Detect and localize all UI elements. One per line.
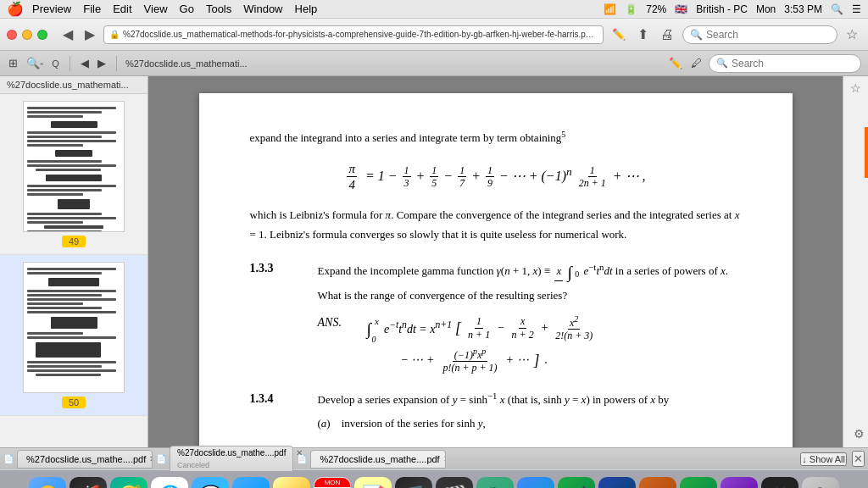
apple-menu[interactable]: 🍎 (7, 1, 24, 17)
dock-maps[interactable]: 🗺 (476, 477, 514, 489)
minimize-button[interactable] (22, 30, 32, 40)
main-toolbar: ◀ ▶ 🔒 %27docslide.us_mathematical-method… (0, 19, 868, 51)
lock-icon: 🔒 (109, 30, 120, 39)
section-133: 1.3.3 (250, 262, 274, 274)
leibniz-formula: π 4 = 1 − 1 3 + 1 5 − 1 (250, 161, 742, 192)
dock-finder[interactable]: 😊 (29, 477, 66, 489)
menu-go[interactable]: Go (180, 3, 194, 15)
menu-help[interactable]: Help (295, 3, 318, 15)
orange-highlight-bar (865, 127, 868, 178)
menu-file[interactable]: File (83, 3, 101, 15)
problem-133: 1.3.3 Expand the incomplete gamma functi… (250, 258, 742, 305)
tab-3-close[interactable]: ✕ (443, 454, 447, 463)
sidebar-toggle[interactable]: ⊞ (7, 55, 19, 71)
bottom-tabs-bar: 📄 %27docslide.us_mathe....pdf ✕ 📄 %27doc… (0, 447, 868, 469)
page-50-number: 50 (62, 396, 86, 408)
zoom-in[interactable]: Q (50, 57, 61, 70)
locale-flag: 🇬🇧 (675, 3, 687, 15)
notification-icon[interactable]: ☰ (852, 3, 861, 15)
tab-3[interactable]: %27docslide.us_mathe....pdf ✕ (310, 450, 446, 469)
pdf-page: expand the integrand into a series and i… (199, 93, 793, 447)
dock-word[interactable]: W (598, 477, 636, 489)
zoom-out[interactable]: 🔍- (25, 55, 45, 71)
dock-onenote[interactable]: N (721, 477, 758, 489)
prev-page[interactable]: ◀ (79, 55, 91, 71)
dock-music[interactable]: 🎵 (395, 477, 432, 489)
show-all-btn[interactable]: ↓ Show All (800, 452, 847, 466)
leibniz-desc: which is Leibniz's formula for π. Compar… (250, 206, 742, 243)
menu-window[interactable]: Window (243, 3, 282, 15)
dock-notes[interactable]: 📝 (354, 477, 392, 489)
dock-safari[interactable]: 🧭 (110, 477, 147, 489)
dock-powerpoint[interactable]: P (639, 477, 676, 489)
tab-2-subtitle: Canceled (177, 461, 209, 469)
battery-icon: 🔋 (625, 3, 637, 15)
pdf-search-input[interactable] (732, 58, 833, 69)
star-button[interactable]: ☆ (843, 25, 861, 44)
intro-text: expand the integrand into a series and i… (250, 127, 742, 147)
page-50-thumb[interactable]: 50 (0, 255, 147, 416)
dock-facetime[interactable]: 📹 (558, 477, 595, 489)
tab-1[interactable]: %27docslide.us_mathe....pdf ✕ (17, 450, 153, 469)
gear-btn[interactable]: ⚙ (854, 427, 865, 441)
tab-3-label: %27docslide.us_mathe....pdf (320, 454, 439, 464)
tab-icon-2: 📄 (156, 454, 166, 463)
page-49-thumb[interactable]: 49 (0, 94, 147, 255)
tab-1-label: %27docslide.us_mathe....pdf (26, 454, 146, 464)
menu-view[interactable]: View (144, 3, 168, 15)
dock-chrome[interactable]: 🌐 (151, 477, 188, 489)
problem-134-text: Develop a series expansion of y = sinh−1… (318, 388, 742, 409)
right-panel: ☆ ⚙ (843, 76, 868, 447)
dock-messages[interactable]: 💬 (192, 477, 229, 489)
dock: 😊 🚀 🧭 🌐 💬 ✉️ 📷 26 MON 📝 🎵 🎬 🗺 🛍 📹 W P X … (0, 469, 868, 488)
pdf-content[interactable]: expand the integrand into a series and i… (148, 76, 843, 447)
back-button[interactable]: ◀ (59, 25, 76, 44)
pdf-toolbar: ⊞ 🔍- Q ◀ ▶ %27docslide.us_mathemati... ✏… (0, 51, 868, 76)
main-container: %27docslide.us_mathemati... (0, 76, 868, 447)
sidebar: %27docslide.us_mathemati... (0, 76, 148, 447)
sidebar-header: %27docslide.us_mathemati... (0, 76, 147, 94)
battery-percent: 72% (646, 3, 666, 15)
dock-appstore[interactable]: 🛍 (517, 477, 554, 489)
tab-icon-1: 📄 (3, 454, 14, 463)
page-49-number: 49 (62, 236, 86, 247)
spotlight-icon[interactable]: 🔍 (831, 3, 843, 15)
forward-button[interactable]: ▶ (81, 25, 98, 44)
part-a: (a) inversion of the series for sinh y, (318, 414, 742, 433)
answer-133: ANS. ∫ 0 x e−ttndt = xn+1 [ 1 (318, 313, 742, 374)
dock-trash[interactable]: 🗑 (802, 477, 839, 489)
dock-calendar[interactable]: 26 MON (314, 477, 351, 489)
ans-label: ANS. (318, 313, 360, 332)
close-button[interactable] (7, 30, 17, 40)
page-49-preview (23, 101, 125, 232)
next-page[interactable]: ▶ (96, 55, 108, 71)
dock-videos[interactable]: 🎬 (436, 477, 473, 489)
close-all-btn[interactable]: ✕ (852, 451, 865, 467)
wifi-icon: 📶 (604, 3, 616, 15)
print-button[interactable]: 🖨 (657, 25, 677, 44)
markup-button[interactable]: 🖊 (689, 55, 704, 71)
maximize-button[interactable] (37, 30, 47, 40)
share-button[interactable]: ⬆ (634, 25, 652, 44)
locale-label: British - PC (696, 3, 748, 15)
menu-tools[interactable]: Tools (206, 3, 231, 15)
dock-photos[interactable]: 📷 (273, 477, 310, 489)
menu-preview[interactable]: Preview (32, 3, 71, 15)
day-label: Mon (756, 3, 776, 15)
section-134: 1.3.4 (250, 392, 274, 405)
menu-edit[interactable]: Edit (113, 3, 131, 15)
dock-tv[interactable]: 📺 (761, 477, 798, 489)
dock-mail[interactable]: ✉️ (232, 477, 270, 489)
tab-2[interactable]: %27docslide.us_mathe....pdf Canceled ✕ (170, 446, 293, 472)
search-input[interactable] (706, 29, 816, 41)
menubar: 🍎 Preview File Edit View Go Tools Window… (0, 0, 868, 19)
address-bar[interactable]: 🔒 %27docslide.us_mathematical-methods-fo… (103, 25, 604, 44)
dock-launchpad[interactable]: 🚀 (70, 477, 107, 489)
annotate-button[interactable]: ✏️ (667, 55, 684, 71)
address-text: %27docslide.us_mathematical-methods-for-… (123, 30, 598, 39)
edit-button[interactable]: ✏️ (609, 26, 629, 42)
tab-1-close[interactable]: ✕ (149, 454, 153, 463)
star-panel-btn[interactable]: ☆ (850, 81, 861, 95)
dock-excel[interactable]: X (680, 477, 717, 489)
problem-133-text: Expand the incomplete gamma function γ(n… (318, 258, 742, 305)
